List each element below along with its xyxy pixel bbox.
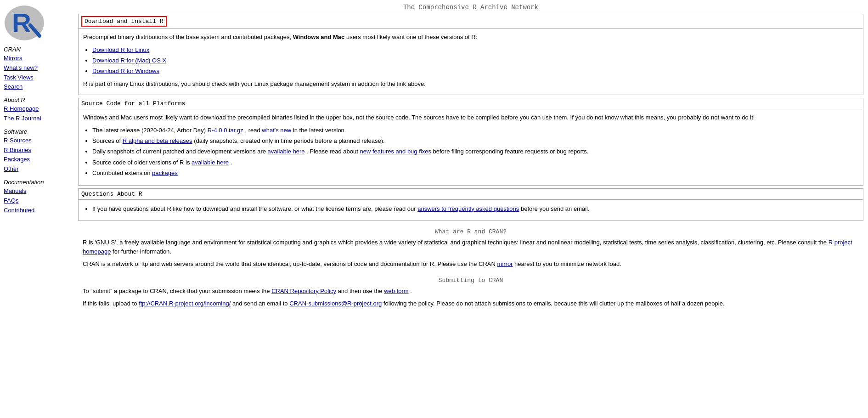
web-form-link[interactable]: web form — [384, 288, 408, 294]
what-are-p1: R is ‘GNU S’, a freely available languag… — [83, 238, 859, 256]
source-code-box: Source Code for all Platforms Windows an… — [78, 98, 863, 185]
what-are-section: R is ‘GNU S’, a freely available languag… — [78, 238, 863, 269]
sidebar-item-faqs[interactable]: FAQs — [4, 196, 70, 206]
list-item: Contributed extension packages — [92, 168, 858, 178]
sidebar-item-contributed[interactable]: Contributed — [4, 206, 70, 215]
sidebar-item-search[interactable]: Search — [4, 82, 70, 92]
cran-submissions-link[interactable]: CRAN-submissions@R-project.org — [289, 300, 382, 307]
source-bullets: The latest release (2020-04-24, Arbor Da… — [92, 125, 858, 179]
source-code-title: Source Code for all Platforms — [79, 98, 863, 109]
svg-text:R: R — [12, 8, 31, 38]
list-item: Sources of R alpha and beta releases (da… — [92, 136, 858, 146]
software-section-label: Software — [4, 128, 70, 135]
source-intro: Windows and Mac users most likely want t… — [83, 113, 858, 122]
list-item: Daily snapshots of current patched and d… — [92, 146, 858, 157]
whats-new-link[interactable]: what's new — [262, 127, 291, 134]
questions-content: If you have questions about R like how t… — [79, 200, 863, 220]
sidebar-item-other[interactable]: Other — [4, 164, 70, 174]
sidebar-item-whats-new[interactable]: What's new? — [4, 63, 70, 73]
about-r-section-label: About R — [4, 96, 70, 103]
download-install-title: Download and Install R — [79, 14, 863, 29]
cran-policy-link[interactable]: CRAN Repository Policy — [271, 288, 336, 294]
list-item: The latest release (2020-04-24, Arbor Da… — [92, 125, 858, 136]
download-install-box: Download and Install R Precompiled binar… — [78, 14, 863, 95]
available-here-link-1[interactable]: available here — [268, 148, 305, 155]
sidebar-item-task-views[interactable]: Task Views — [4, 73, 70, 83]
list-item: Download R for Windows — [92, 66, 858, 76]
list-item: If you have questions about R like how t… — [92, 203, 858, 214]
download-windows-link[interactable]: Download R for Windows — [92, 68, 159, 74]
linux-note: R is part of many Linux distributions, y… — [83, 79, 858, 89]
sidebar-item-r-journal[interactable]: The R Journal — [4, 114, 70, 124]
alpha-beta-link[interactable]: R alpha and beta releases — [123, 137, 192, 144]
questions-bullets: If you have questions about R like how t… — [92, 203, 858, 214]
new-features-link[interactable]: new features and bug fixes — [360, 148, 431, 155]
list-item: Source code of older versions of R is av… — [92, 157, 858, 168]
r-400-link[interactable]: R-4.0.0.tar.gz — [208, 127, 243, 134]
main-content: The Comprehensive R Archive Network Down… — [73, 0, 868, 418]
questions-box: Questions About R If you have questions … — [78, 188, 863, 221]
r-logo: R — [4, 5, 45, 41]
sidebar-item-r-sources[interactable]: R Sources — [4, 136, 70, 146]
sidebar-item-manuals[interactable]: Manuals — [4, 186, 70, 196]
sidebar-item-r-binaries[interactable]: R Binaries — [4, 146, 70, 155]
what-are-p2: CRAN is a network of ftp and web servers… — [83, 260, 859, 269]
sidebar: R CRAN Mirrors What's new? Task Views Se… — [0, 0, 73, 418]
download-mac-link[interactable]: Download R for (Mac) OS X — [92, 57, 166, 64]
download-intro: Precompiled binary distributions of the … — [83, 33, 858, 42]
page-header: The Comprehensive R Archive Network — [78, 0, 863, 14]
packages-link[interactable]: packages — [152, 169, 178, 176]
download-install-content: Precompiled binary distributions of the … — [79, 29, 863, 95]
submitting-section: To “submit” a package to CRAN, check tha… — [78, 287, 863, 308]
download-links-list: Download R for Linux Download R for (Mac… — [92, 45, 858, 77]
available-here-link-2[interactable]: available here — [192, 159, 229, 166]
questions-title: Questions About R — [79, 189, 863, 200]
submitting-p2: If this fails, upload to ftp://CRAN.R-pr… — [83, 299, 859, 308]
sidebar-item-packages[interactable]: Packages — [4, 155, 70, 164]
list-item: Download R for (Mac) OS X — [92, 55, 858, 66]
sidebar-item-mirrors[interactable]: Mirrors — [4, 54, 70, 63]
submitting-heading: Submitting to CRAN — [78, 272, 863, 287]
mirror-link[interactable]: mirror — [497, 260, 513, 267]
ftp-link[interactable]: ftp://CRAN.R-project.org/incoming/ — [139, 300, 231, 307]
cran-section-label: CRAN — [4, 46, 70, 53]
source-code-content: Windows and Mac users most likely want t… — [79, 109, 863, 185]
what-are-heading: What are R and CRAN? — [78, 224, 863, 238]
faq-link[interactable]: answers to frequently asked questions — [417, 205, 519, 212]
documentation-section-label: Documentation — [4, 179, 70, 186]
sidebar-item-r-homepage[interactable]: R Homepage — [4, 104, 70, 114]
submitting-p1: To “submit” a package to CRAN, check tha… — [83, 287, 859, 296]
download-linux-link[interactable]: Download R for Linux — [92, 46, 149, 53]
list-item: Download R for Linux — [92, 45, 858, 55]
